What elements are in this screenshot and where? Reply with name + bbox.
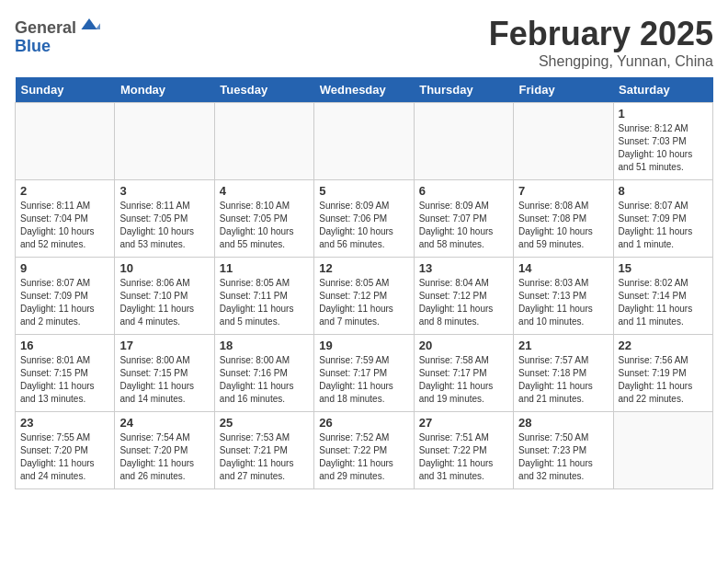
day-number: 28	[518, 416, 608, 430]
day-cell: 2Sunrise: 8:11 AM Sunset: 7:04 PM Daylig…	[16, 180, 115, 258]
day-cell: 25Sunrise: 7:53 AM Sunset: 7:21 PM Dayli…	[214, 412, 313, 489]
day-cell: 10Sunrise: 8:06 AM Sunset: 7:10 PM Dayli…	[115, 258, 214, 335]
day-info: Sunrise: 8:12 AM Sunset: 7:03 PM Dayligh…	[619, 122, 708, 174]
week-row-1: 1Sunrise: 8:12 AM Sunset: 7:03 PM Daylig…	[16, 103, 713, 180]
day-cell: 26Sunrise: 7:52 AM Sunset: 7:22 PM Dayli…	[314, 412, 414, 489]
day-info: Sunrise: 8:09 AM Sunset: 7:06 PM Dayligh…	[319, 200, 408, 251]
day-cell: 12Sunrise: 8:05 AM Sunset: 7:12 PM Dayli…	[314, 258, 414, 335]
day-number: 24	[119, 416, 209, 430]
month-title: February 2025	[489, 15, 713, 53]
day-info: Sunrise: 8:05 AM Sunset: 7:12 PM Dayligh…	[319, 277, 408, 328]
day-info: Sunrise: 7:53 AM Sunset: 7:21 PM Dayligh…	[220, 431, 309, 483]
day-number: 2	[20, 184, 109, 198]
day-info: Sunrise: 8:02 AM Sunset: 7:14 PM Dayligh…	[619, 277, 708, 328]
day-info: Sunrise: 8:10 AM Sunset: 7:05 PM Dayligh…	[220, 200, 309, 251]
day-info: Sunrise: 8:07 AM Sunset: 7:09 PM Dayligh…	[20, 277, 109, 328]
day-cell: 22Sunrise: 7:56 AM Sunset: 7:19 PM Dayli…	[613, 335, 712, 412]
day-number: 15	[619, 261, 708, 275]
day-number: 20	[419, 339, 508, 352]
day-cell: 11Sunrise: 8:05 AM Sunset: 7:11 PM Dayli…	[214, 258, 313, 335]
day-info: Sunrise: 8:06 AM Sunset: 7:10 PM Dayligh…	[119, 277, 209, 328]
day-info: Sunrise: 8:11 AM Sunset: 7:05 PM Dayligh…	[119, 200, 209, 251]
location: Shengping, Yunnan, China	[489, 53, 713, 70]
day-info: Sunrise: 7:50 AM Sunset: 7:23 PM Dayligh…	[518, 431, 608, 483]
day-number: 27	[419, 416, 508, 430]
day-cell: 15Sunrise: 8:02 AM Sunset: 7:14 PM Dayli…	[613, 258, 712, 335]
day-cell: 20Sunrise: 7:58 AM Sunset: 7:17 PM Dayli…	[414, 335, 513, 412]
day-info: Sunrise: 7:52 AM Sunset: 7:22 PM Dayligh…	[319, 431, 408, 483]
week-row-3: 9Sunrise: 8:07 AM Sunset: 7:09 PM Daylig…	[16, 258, 713, 335]
header-wednesday: Wednesday	[314, 77, 414, 103]
day-number: 9	[20, 261, 109, 275]
day-number: 26	[319, 416, 408, 430]
day-cell: 4Sunrise: 8:10 AM Sunset: 7:05 PM Daylig…	[214, 180, 313, 258]
week-row-2: 2Sunrise: 8:11 AM Sunset: 7:04 PM Daylig…	[16, 180, 713, 258]
day-cell: 14Sunrise: 8:03 AM Sunset: 7:13 PM Dayli…	[514, 258, 613, 335]
header-saturday: Saturday	[613, 77, 712, 103]
day-number: 8	[619, 184, 708, 198]
title-block: February 2025 Shengping, Yunnan, China	[489, 15, 713, 70]
logo-icon	[78, 15, 100, 33]
day-cell	[115, 103, 214, 180]
day-info: Sunrise: 8:00 AM Sunset: 7:16 PM Dayligh…	[220, 354, 309, 406]
day-info: Sunrise: 7:55 AM Sunset: 7:20 PM Dayligh…	[20, 431, 109, 483]
day-info: Sunrise: 7:59 AM Sunset: 7:17 PM Dayligh…	[319, 354, 408, 406]
day-cell: 19Sunrise: 7:59 AM Sunset: 7:17 PM Dayli…	[314, 335, 414, 412]
day-cell: 1Sunrise: 8:12 AM Sunset: 7:03 PM Daylig…	[613, 103, 712, 180]
logo: General Blue	[15, 15, 100, 56]
day-number: 23	[20, 416, 109, 430]
day-info: Sunrise: 8:03 AM Sunset: 7:13 PM Dayligh…	[518, 277, 608, 328]
day-number: 12	[319, 261, 408, 275]
day-info: Sunrise: 8:07 AM Sunset: 7:09 PM Dayligh…	[619, 200, 708, 251]
day-cell: 5Sunrise: 8:09 AM Sunset: 7:06 PM Daylig…	[314, 180, 414, 258]
day-cell: 8Sunrise: 8:07 AM Sunset: 7:09 PM Daylig…	[613, 180, 712, 258]
day-cell: 18Sunrise: 8:00 AM Sunset: 7:16 PM Dayli…	[214, 335, 313, 412]
day-cell	[414, 103, 513, 180]
day-info: Sunrise: 8:00 AM Sunset: 7:15 PM Dayligh…	[119, 354, 209, 406]
day-number: 6	[419, 184, 508, 198]
day-number: 21	[518, 339, 608, 352]
day-info: Sunrise: 7:58 AM Sunset: 7:17 PM Dayligh…	[419, 354, 508, 406]
calendar-table: SundayMondayTuesdayWednesdayThursdayFrid…	[15, 77, 713, 489]
logo-general: General	[15, 18, 76, 37]
day-cell	[613, 412, 712, 489]
day-number: 16	[20, 339, 109, 352]
week-row-5: 23Sunrise: 7:55 AM Sunset: 7:20 PM Dayli…	[16, 412, 713, 489]
day-number: 22	[619, 339, 708, 352]
day-cell	[16, 103, 115, 180]
day-number: 18	[220, 339, 309, 352]
day-info: Sunrise: 8:05 AM Sunset: 7:11 PM Dayligh…	[220, 277, 309, 328]
day-number: 5	[319, 184, 408, 198]
day-info: Sunrise: 8:01 AM Sunset: 7:15 PM Dayligh…	[20, 354, 109, 406]
header-monday: Monday	[115, 77, 214, 103]
day-number: 4	[220, 184, 309, 198]
day-info: Sunrise: 7:57 AM Sunset: 7:18 PM Dayligh…	[518, 354, 608, 406]
day-cell: 24Sunrise: 7:54 AM Sunset: 7:20 PM Dayli…	[115, 412, 214, 489]
day-cell	[214, 103, 313, 180]
logo-blue: Blue	[15, 37, 51, 55]
day-number: 7	[518, 184, 608, 198]
day-cell: 23Sunrise: 7:55 AM Sunset: 7:20 PM Dayli…	[16, 412, 115, 489]
day-number: 1	[619, 107, 708, 121]
day-cell: 3Sunrise: 8:11 AM Sunset: 7:05 PM Daylig…	[115, 180, 214, 258]
day-cell: 7Sunrise: 8:08 AM Sunset: 7:08 PM Daylig…	[514, 180, 613, 258]
day-number: 3	[119, 184, 209, 198]
day-cell: 6Sunrise: 8:09 AM Sunset: 7:07 PM Daylig…	[414, 180, 513, 258]
day-info: Sunrise: 8:11 AM Sunset: 7:04 PM Dayligh…	[20, 200, 109, 251]
day-info: Sunrise: 7:56 AM Sunset: 7:19 PM Dayligh…	[619, 354, 708, 406]
day-number: 14	[518, 261, 608, 275]
day-cell: 13Sunrise: 8:04 AM Sunset: 7:12 PM Dayli…	[414, 258, 513, 335]
day-number: 13	[419, 261, 508, 275]
header-tuesday: Tuesday	[214, 77, 313, 103]
day-number: 11	[220, 261, 309, 275]
day-info: Sunrise: 8:04 AM Sunset: 7:12 PM Dayligh…	[419, 277, 508, 328]
page-header: General Blue February 2025 Shengping, Yu…	[15, 15, 713, 70]
day-cell: 28Sunrise: 7:50 AM Sunset: 7:23 PM Dayli…	[514, 412, 613, 489]
day-number: 17	[119, 339, 209, 352]
day-cell: 9Sunrise: 8:07 AM Sunset: 7:09 PM Daylig…	[16, 258, 115, 335]
day-cell: 17Sunrise: 8:00 AM Sunset: 7:15 PM Dayli…	[115, 335, 214, 412]
day-cell: 27Sunrise: 7:51 AM Sunset: 7:22 PM Dayli…	[414, 412, 513, 489]
day-cell	[314, 103, 414, 180]
day-number: 10	[119, 261, 209, 275]
day-cell: 21Sunrise: 7:57 AM Sunset: 7:18 PM Dayli…	[514, 335, 613, 412]
